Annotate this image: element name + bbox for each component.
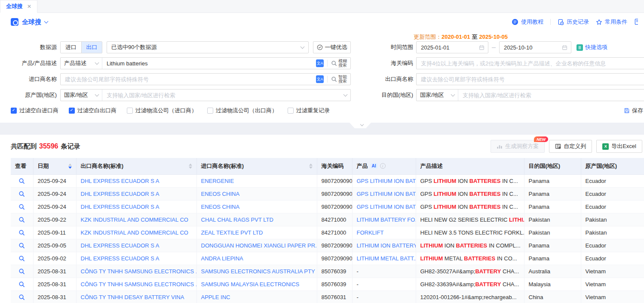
cell-description: 120201-001266-1#&amp;rechargeab... <box>416 291 524 303</box>
tutorial-link[interactable]: 使用教程 <box>512 18 543 26</box>
view-detail-button[interactable] <box>18 281 25 288</box>
checkbox-checked-icon[interactable] <box>69 108 75 114</box>
importer-link[interactable]: ENEOS CHINA <box>201 204 240 210</box>
product-link[interactable]: LITHIUM METAL BATT... <box>357 255 416 262</box>
exporter-link[interactable]: KZK INDUSTRIAL AND COMMERCIAL CO <box>81 216 188 223</box>
filter-checkbox-2[interactable]: 过滤物流公司（进口商） <box>127 107 197 114</box>
destination-country-input-box[interactable]: 国家/地区 <box>416 89 644 101</box>
start-date-input-box[interactable] <box>416 41 488 53</box>
checkbox-unchecked-icon[interactable] <box>207 108 213 114</box>
tab-close-icon[interactable]: ✕ <box>27 3 31 9</box>
exporter-link[interactable]: DHL EXPRESS ECUADOR S A <box>81 191 159 197</box>
chevron-down-icon[interactable] <box>44 19 49 24</box>
import-toggle-button[interactable]: 进口 <box>61 42 81 53</box>
filter-checkbox-1[interactable]: 过滤空白出口商 <box>69 107 117 114</box>
product-link[interactable]: GPS LITHIUM ION BAT... <box>357 204 416 210</box>
importer-link[interactable]: DONGGUAN HONGMEI XIANGLI PAPER PR... <box>201 242 317 249</box>
product-link[interactable]: LITHIUM BATTERY FO... <box>357 216 416 223</box>
exporter-link[interactable]: CÔNG TY TNHH SAMSUNG ELECTRONICS ... <box>81 281 197 288</box>
origin-country-input[interactable] <box>102 92 340 99</box>
cell-product: GPS LITHIUM ION BAT... <box>352 200 416 213</box>
cell-exporter: CÔNG TY TNHH SAMSUNG ELECTRONICS ... <box>76 278 196 291</box>
generate-insight-button[interactable]: 生成洞察方案 NEW <box>491 140 545 153</box>
filter-checkbox-0[interactable]: 过滤空白进口商 <box>11 107 58 114</box>
sort-icons[interactable] <box>309 164 313 169</box>
importer-link[interactable]: ANDRA LIEPINA <box>201 255 243 262</box>
smart-search-button[interactable]: 智能搜索 <box>331 75 350 83</box>
export-toggle-button[interactable]: 出口 <box>81 42 102 53</box>
hs-code-input[interactable] <box>417 60 644 67</box>
start-date-input[interactable] <box>417 44 479 51</box>
filter-checkbox-3[interactable]: 过滤物流公司（出口商） <box>207 107 277 114</box>
hs-code-input-box[interactable] <box>416 57 644 69</box>
sort-icons[interactable] <box>189 164 192 169</box>
col-exporter[interactable]: 出口商名称(标准) <box>76 158 196 174</box>
info-icon[interactable]: i <box>380 163 386 169</box>
view-detail-button[interactable] <box>18 216 25 223</box>
checkbox-unchecked-icon[interactable] <box>127 108 133 114</box>
export-excel-button[interactable]: X 导出Excel <box>596 140 642 153</box>
view-detail-button[interactable] <box>18 229 25 236</box>
save-button[interactable]: 保存 <box>624 107 643 114</box>
exporter-name-input-box[interactable] <box>416 73 644 85</box>
product-description-input[interactable] <box>102 60 316 67</box>
view-detail-button[interactable] <box>18 268 25 275</box>
translate-icon[interactable]: 文A <box>316 59 324 67</box>
quick-options-link[interactable]: 快捷选项 <box>577 43 607 51</box>
collapse-form-button[interactable] <box>350 123 371 128</box>
checkbox-unchecked-icon[interactable] <box>288 108 294 114</box>
destination-country-input[interactable] <box>458 92 644 99</box>
product-link[interactable]: GPS LITHIUM ION BAT... <box>357 178 416 184</box>
translate-icon[interactable]: 文A <box>316 75 324 83</box>
view-detail-button[interactable] <box>18 294 25 300</box>
end-date-input[interactable] <box>500 44 562 51</box>
view-detail-button[interactable] <box>18 178 25 184</box>
exporter-name-input[interactable] <box>417 76 644 83</box>
checkbox-checked-icon[interactable] <box>11 108 17 114</box>
exporter-link[interactable]: CÔNG TY TNHH DESAY BATTERY VINA <box>81 294 184 300</box>
exporter-link[interactable]: DHL EXPRESS ECUADOR S A <box>81 204 159 210</box>
col-date[interactable]: 日期 <box>33 158 76 174</box>
view-detail-button[interactable] <box>18 255 25 262</box>
view-detail-button[interactable] <box>18 204 25 210</box>
product-link[interactable]: GPS LITHIUM ION BAT... <box>357 191 416 197</box>
filter-checkbox-4[interactable]: 过滤重复记录 <box>288 107 330 114</box>
importer-link[interactable]: APPLE INC <box>201 294 230 300</box>
exporter-link[interactable]: CÔNG TY TNHH SAMSUNG ELECTRONICS ... <box>81 268 197 275</box>
origin-field-type-select[interactable]: 国家/地区 <box>61 90 102 101</box>
history-link[interactable]: 历史记录 <box>558 18 589 26</box>
view-detail-button[interactable] <box>18 242 25 249</box>
end-date-input-box[interactable] <box>499 41 571 53</box>
importer-link[interactable]: SAMSUNG MALAYSIA ELECTRONICS <box>201 281 300 288</box>
col-view: 查看 <box>11 158 33 174</box>
importer-link[interactable]: ENERGENIE <box>201 178 234 184</box>
cell-exporter: KZK INDUSTRIAL AND COMMERCIAL CO <box>76 213 196 226</box>
product-link[interactable]: FORKLIFT <box>357 229 384 236</box>
importer-link[interactable]: ENEOS CHINA <box>201 191 240 197</box>
exporter-link[interactable]: KZK INDUSTRIAL AND COMMERCIAL CO <box>81 229 188 236</box>
importer-link[interactable]: ZEAL TEXTILE PVT LTD <box>201 229 263 236</box>
importer-link[interactable]: CHAL CHAL RAGS PVT LTD <box>201 216 273 223</box>
fuzzy-search-button[interactable]: 模糊搜索 <box>331 59 350 68</box>
table-row: 2025-08-31CÔNG TY TNHH SAMSUNG ELECTRONI… <box>11 278 644 291</box>
one-click-optimize-button[interactable]: 一键优选 <box>313 41 351 53</box>
importer-name-input[interactable] <box>61 76 316 83</box>
more-action-icon[interactable] <box>634 19 638 25</box>
product-field-type-select[interactable]: 产品描述 <box>61 58 102 69</box>
exporter-link[interactable]: DHL EXPRESS ECUADOR S A <box>81 255 159 262</box>
exporter-link[interactable]: DHL EXPRESS ECUADOR S A <box>81 178 159 184</box>
col-importer[interactable]: 进口商名称(标准) <box>196 158 317 174</box>
favorites-link[interactable]: 常用条件 <box>596 18 627 26</box>
sort-icons[interactable] <box>68 164 72 169</box>
importer-link[interactable]: SAMSUNG ELECTRONICS AUSTRALIA PTY <box>201 268 315 275</box>
destination-field-type-select[interactable]: 国家/地区 <box>417 90 458 101</box>
cell-importer: CHAL CHAL RAGS PVT LTD <box>196 213 317 226</box>
table-header-row: 查看 日期 出口商名称(标准) 进口商名称(标准) 海关编码 产品 AI i 产… <box>11 158 644 174</box>
custom-columns-button[interactable]: 自定义列 <box>549 140 592 153</box>
cell-hs-code: 9807209090 <box>317 187 352 200</box>
view-detail-button[interactable] <box>18 191 25 197</box>
data-source-dropdown[interactable]: 已选中90个数据源 <box>107 41 309 53</box>
exporter-link[interactable]: DHL EXPRESS ECUADOR S A <box>81 242 159 249</box>
product-link[interactable]: LITHIUM ION BATTERY <box>357 242 416 249</box>
tab-global-search[interactable]: 全球搜 ✕ <box>0 0 37 13</box>
